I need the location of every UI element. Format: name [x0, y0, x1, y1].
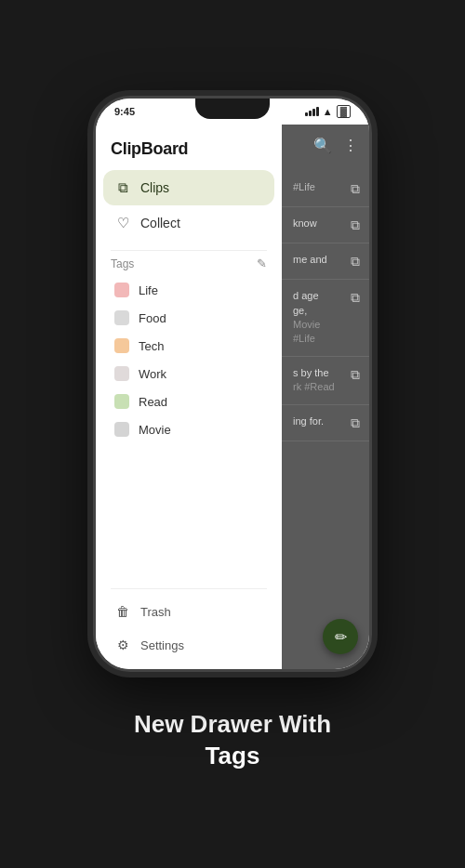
phone-notch [195, 99, 270, 119]
copy-icon-5[interactable]: ⧉ [351, 367, 360, 383]
clip-text-2: know [293, 217, 345, 230]
tag-label-work: Work [139, 367, 166, 381]
tag-item-food[interactable]: Food [111, 304, 267, 332]
clip-list: #Life ⧉ know ⧉ me and ⧉ d agege,Movie #L… [282, 165, 369, 446]
nav-item-collect[interactable]: ♡ Collect [103, 205, 274, 241]
tag-dot-tech [114, 338, 129, 353]
tags-section-label: Tags [111, 257, 134, 270]
tag-item-life[interactable]: Life [111, 276, 267, 304]
copy-icon-6[interactable]: ⧉ [351, 415, 360, 431]
clip-item-2: know ⧉ [282, 207, 369, 243]
clip-text-1: #Life [293, 180, 345, 194]
nav-item-clips[interactable]: ⧉ Clips [103, 170, 274, 205]
tags-edit-icon[interactable]: ✎ [257, 256, 267, 270]
drawer-panel: ClipBoard ⧉ Clips ♡ Collect [96, 125, 282, 669]
clip-text-4: d agege,Movie #Life [293, 289, 345, 347]
phone-content: ClipBoard ⧉ Clips ♡ Collect [96, 125, 369, 669]
more-icon[interactable]: ⋮ [343, 137, 358, 154]
clip-text-3: me and [293, 253, 345, 267]
bottom-caption: New Drawer WithTags [134, 709, 331, 772]
tag-label-life: Life [139, 283, 158, 297]
nav-items: ⧉ Clips ♡ Collect [96, 170, 282, 241]
footer-item-settings[interactable]: ⚙ Settings [103, 628, 274, 662]
phone-shell: 9:45 ▲ ▓ ClipBoard [93, 96, 372, 672]
tag-dot-food [114, 310, 129, 325]
clip-item-4: d agege,Movie #Life ⧉ [282, 280, 369, 357]
tag-dot-work [114, 366, 129, 381]
clip-text-5: s by therk #Read [293, 366, 345, 395]
content-toolbar: 🔍 ⋮ [282, 125, 369, 165]
drawer-footer: 🗑 Trash ⚙ Settings [96, 595, 282, 662]
trash-icon: 🗑 [114, 604, 131, 619]
app-title: ClipBoard [111, 139, 188, 158]
footer-item-trash[interactable]: 🗑 Trash [103, 595, 274, 628]
tags-header: Tags ✎ [111, 256, 267, 270]
clip-item-6: ing for. ⧉ [282, 405, 369, 441]
trash-label: Trash [140, 605, 171, 619]
tag-dot-read [114, 394, 129, 409]
tag-dot-movie [114, 422, 129, 437]
tag-item-tech[interactable]: Tech [111, 332, 267, 360]
clip-item-1: #Life ⧉ [282, 171, 369, 207]
search-icon[interactable]: 🔍 [313, 137, 332, 154]
settings-icon: ⚙ [114, 638, 131, 652]
copy-icon-1[interactable]: ⧉ [351, 181, 360, 197]
collect-label: Collect [140, 216, 180, 230]
signal-icon [305, 107, 319, 116]
battery-icon: ▓ [337, 105, 351, 118]
tag-item-read[interactable]: Read [111, 388, 267, 415]
copy-icon-4[interactable]: ⧉ [351, 290, 360, 306]
divider-2 [111, 588, 267, 589]
clip-text-6: ing for. [293, 414, 345, 428]
drawer-header: ClipBoard [96, 125, 282, 170]
copy-icon-2[interactable]: ⧉ [351, 217, 360, 233]
edit-icon: ✏ [335, 628, 347, 646]
tag-label-read: Read [139, 395, 167, 409]
status-time: 9:45 [114, 106, 135, 117]
tag-item-work[interactable]: Work [111, 360, 267, 388]
fab-button[interactable]: ✏ [323, 619, 358, 654]
clip-tag-1: #Life [293, 181, 315, 192]
wifi-icon: ▲ [323, 106, 333, 117]
tag-dot-life [114, 283, 129, 297]
copy-icon-3[interactable]: ⧉ [351, 254, 360, 270]
clips-icon: ⧉ [114, 179, 131, 196]
tags-section: Tags ✎ Life Food [96, 256, 282, 583]
clips-label: Clips [140, 180, 169, 195]
tag-label-tech: Tech [139, 339, 164, 353]
phone-mockup: 9:45 ▲ ▓ ClipBoard [93, 96, 372, 672]
status-right: ▲ ▓ [305, 105, 351, 118]
settings-label: Settings [140, 638, 184, 652]
clip-item-3: me and ⧉ [282, 243, 369, 280]
content-panel: 🔍 ⋮ #Life ⧉ know ⧉ me an [282, 125, 369, 669]
heart-icon: ♡ [114, 215, 131, 231]
tag-label-food: Food [139, 311, 166, 325]
clip-item-5: s by therk #Read ⧉ [282, 357, 369, 405]
tag-item-movie[interactable]: Movie [111, 415, 267, 443]
tag-label-movie: Movie [139, 423, 171, 437]
divider-1 [111, 250, 267, 251]
